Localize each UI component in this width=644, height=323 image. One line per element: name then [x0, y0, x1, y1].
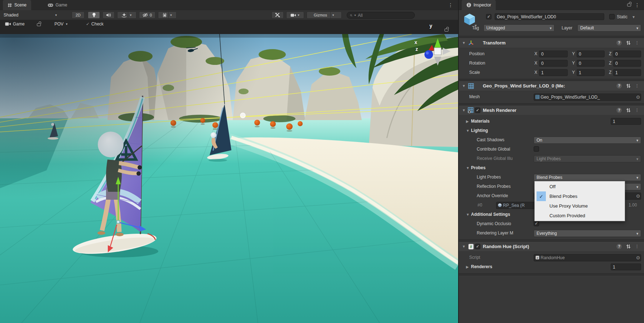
scene-effects-button[interactable]: ▼: [117, 11, 136, 19]
dynamic-occlusion-checkbox[interactable]: ✓: [534, 221, 539, 226]
inspector-unlock-icon[interactable]: [627, 4, 631, 6]
tag-dropdown[interactable]: Untagged ▼: [484, 24, 554, 32]
gizmo-axis-y-label[interactable]: y: [429, 23, 432, 29]
rendering-layer-dropdown[interactable]: Everything ▼: [534, 230, 641, 237]
info-icon: [466, 3, 471, 8]
unity-editor-window: Scene Game ⋮ Shaded ▼ 2D: [0, 0, 644, 323]
gizmo-unlock-icon[interactable]: [444, 29, 448, 32]
gameobject-active-checkbox[interactable]: ✓: [486, 14, 491, 19]
renderers-count-field[interactable]: [611, 263, 641, 270]
foldout-closed-icon[interactable]: ▶: [466, 119, 469, 123]
position-x-field[interactable]: [539, 51, 568, 57]
scene-viewport[interactable]: [0, 34, 458, 323]
help-icon[interactable]: ?: [616, 108, 622, 113]
overlay-check-toggle[interactable]: ✓ Check: [86, 20, 104, 28]
grid-snap-button[interactable]: ▼: [158, 11, 177, 19]
foldout-icon[interactable]: ▼: [462, 41, 466, 45]
mesh-renderer-enabled-checkbox[interactable]: ✓: [475, 108, 480, 113]
tab-inspector[interactable]: Inspector: [462, 0, 496, 10]
probes-foldout-row[interactable]: ▼ Probes: [459, 163, 644, 173]
scene-panel-menu-icon[interactable]: ⋮: [448, 2, 453, 8]
component-menu-icon[interactable]: ⋮: [634, 108, 640, 113]
random-hue-body: Script # RandomHue ⊙ ▶ Renderers: [459, 252, 644, 273]
shading-mode-dropdown[interactable]: Shaded ▼: [4, 11, 57, 19]
scale-z-field[interactable]: [613, 69, 641, 76]
static-dropdown-arrow[interactable]: ▼: [632, 15, 635, 19]
position-label: Position: [469, 51, 485, 56]
mesh-value: Geo_Props_WindSurfer_LOD_: [540, 95, 600, 100]
scene-lighting-button[interactable]: [88, 11, 100, 19]
scale-y-field[interactable]: [577, 69, 605, 76]
transform-header[interactable]: ▼ Transform ? ⋮: [459, 38, 644, 48]
scene-audio-button[interactable]: [102, 11, 115, 19]
materials-row[interactable]: ▶ Materials: [459, 117, 644, 126]
unlock-icon[interactable]: [37, 23, 41, 26]
gizmo-axis-z-label[interactable]: z: [415, 46, 418, 52]
mesh-renderer-title: Mesh Renderer: [483, 108, 516, 113]
mesh-filter-header[interactable]: ▼ Geo_Props_Wind Surfer_LOD_0 (Me: ? ⋮: [459, 81, 644, 91]
mesh-renderer-body: ▶ Materials ▼ Lighting Cast Shadows On ▼: [459, 115, 644, 239]
light-probes-dropdown[interactable]: Blend Probes ▼: [534, 174, 641, 181]
camera-settings-button[interactable]: ▼: [286, 11, 304, 19]
random-hue-enabled-checkbox[interactable]: ✓: [475, 244, 480, 249]
rotation-y-field[interactable]: [577, 60, 605, 67]
gizmos-dropdown[interactable]: Gizmos ▼: [307, 11, 342, 19]
mesh-renderer-header[interactable]: ▼ ✓ Mesh Renderer ? ⋮: [459, 105, 644, 115]
menu-item-blend-probes[interactable]: ✓ Blend Probes: [535, 191, 625, 201]
help-icon[interactable]: ?: [616, 83, 622, 89]
toggle-2d-button[interactable]: 2D: [72, 11, 85, 19]
overlay-pov-dropdown[interactable]: POV ▼: [54, 20, 68, 28]
foldout-open-icon[interactable]: ▼: [466, 166, 470, 170]
scene-search-input[interactable]: [358, 13, 412, 18]
tab-game[interactable]: Game: [43, 0, 72, 10]
component-menu-icon[interactable]: ⋮: [634, 40, 640, 46]
overlay-game-label: Game: [13, 22, 25, 27]
help-icon[interactable]: ?: [616, 244, 622, 249]
rotation-x-field[interactable]: [539, 60, 568, 67]
position-y-field[interactable]: [577, 51, 605, 57]
random-hue-header[interactable]: ▼ # ✓ Random Hue (Script) ? ⋮: [459, 242, 644, 252]
scene-search-field[interactable]: ▼: [347, 12, 415, 19]
overlay-game-button[interactable]: Game: [5, 20, 25, 28]
inspector-menu-icon[interactable]: ⋮: [635, 2, 640, 8]
materials-count-field[interactable]: [611, 118, 641, 125]
cast-shadows-dropdown[interactable]: On ▼: [534, 137, 641, 144]
foldout-icon[interactable]: ▼: [462, 244, 466, 248]
menu-item-use-proxy-volume[interactable]: Use Proxy Volume: [535, 201, 625, 211]
object-picker-icon[interactable]: ⊙: [636, 193, 640, 199]
static-checkbox[interactable]: [609, 14, 615, 19]
foldout-open-icon[interactable]: ▼: [466, 213, 470, 217]
lighting-foldout-row[interactable]: ▼ Lighting: [459, 126, 644, 136]
hidden-objects-button[interactable]: 0: [139, 11, 155, 19]
presets-icon[interactable]: [626, 244, 631, 249]
help-icon[interactable]: ?: [616, 40, 622, 46]
scale-x-field[interactable]: [539, 69, 568, 76]
object-picker-icon[interactable]: ⊙: [636, 94, 640, 100]
component-menu-icon[interactable]: ⋮: [634, 244, 640, 249]
gameobject-name-field[interactable]: [495, 13, 604, 20]
contribute-gi-checkbox[interactable]: [534, 146, 539, 152]
foldout-icon[interactable]: ▼: [462, 108, 466, 112]
presets-icon[interactable]: [626, 108, 631, 113]
check-icon: ✓: [86, 22, 90, 27]
foldout-closed-icon[interactable]: ▶: [466, 265, 469, 269]
speaker-icon: [106, 13, 111, 17]
foldout-open-icon[interactable]: ▼: [466, 129, 470, 133]
renderers-row[interactable]: ▶ Renderers: [459, 262, 644, 272]
foldout-icon[interactable]: ▼: [462, 84, 466, 88]
menu-item-off[interactable]: Off: [535, 182, 625, 191]
rotation-z-field[interactable]: [613, 60, 641, 67]
presets-icon[interactable]: [626, 40, 631, 46]
layer-dropdown[interactable]: Default ▼: [577, 24, 641, 32]
tab-scene[interactable]: Scene: [3, 0, 31, 10]
object-picker-icon[interactable]: ⊙: [636, 255, 640, 261]
menu-item-custom-provided[interactable]: Custom Provided: [535, 211, 625, 220]
mesh-object-field[interactable]: Geo_Props_WindSurfer_LOD_ ⊙: [534, 94, 641, 101]
tag-value: Untagged: [486, 25, 505, 30]
component-menu-icon[interactable]: ⋮: [634, 83, 640, 89]
scene-grid-icon: [8, 3, 12, 8]
editor-tools-button[interactable]: [271, 11, 284, 19]
gizmo-axis-x-label[interactable]: x: [414, 39, 417, 45]
position-z-field[interactable]: [613, 51, 641, 57]
presets-icon[interactable]: [626, 83, 631, 89]
